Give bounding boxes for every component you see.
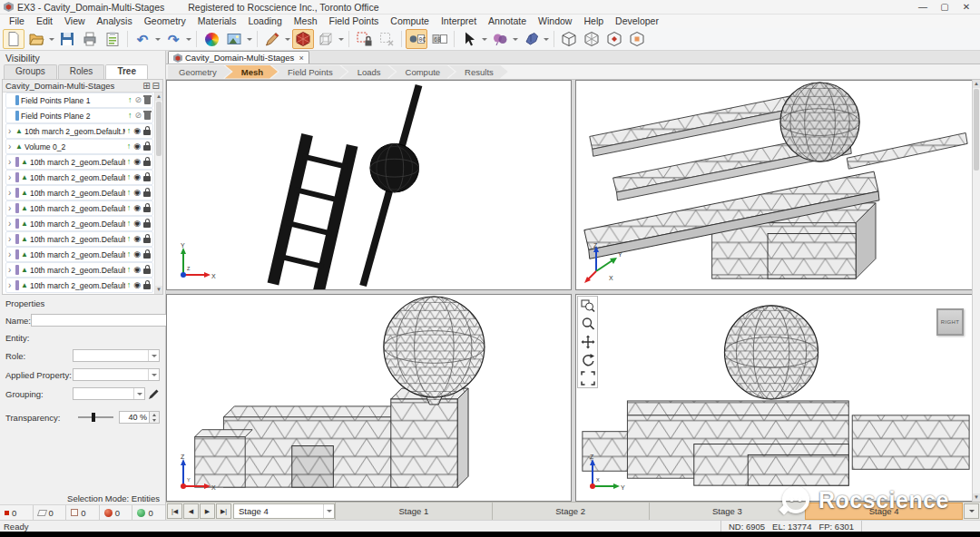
- expander-icon[interactable]: [8, 127, 15, 136]
- capture-dropdown-caret[interactable]: [247, 38, 252, 41]
- tree-item-mesh-2[interactable]: 10th march 2_geom.Default.Mesh 2_: [5, 200, 153, 216]
- menu-materials[interactable]: Materials: [192, 15, 242, 28]
- drawing-tools-button[interactable]: [261, 29, 283, 49]
- expander-icon[interactable]: [8, 220, 15, 229]
- chevron-down-icon[interactable]: [133, 388, 144, 399]
- viewport-front-view[interactable]: Z X Y: [166, 294, 572, 502]
- eye-icon[interactable]: [133, 235, 141, 243]
- role-arrow-icon[interactable]: [127, 142, 132, 151]
- role-arrow-icon[interactable]: [127, 220, 132, 228]
- role-arrow-icon[interactable]: [127, 266, 132, 274]
- lock-icon[interactable]: [143, 207, 151, 212]
- exterior-view-button[interactable]: [626, 29, 648, 49]
- lock-icon[interactable]: [143, 268, 151, 274]
- lock-icon[interactable]: [143, 222, 151, 228]
- workflow-tab-loads[interactable]: Loads: [341, 65, 396, 79]
- undo-dropdown-caret[interactable]: [155, 38, 161, 41]
- tree-item-mesh-5[interactable]: 10th march 2_geom.Default.Mesh 5_: [5, 185, 153, 200]
- eye-off-icon[interactable]: [134, 112, 142, 120]
- scroll-up-icon[interactable]: ▲: [155, 93, 162, 101]
- eye-icon[interactable]: [133, 158, 141, 166]
- spin-down-icon[interactable]: [150, 417, 159, 423]
- eye-icon[interactable]: [133, 281, 141, 289]
- transparency-slider[interactable]: [78, 416, 113, 418]
- select-dropdown-caret[interactable]: [482, 38, 487, 41]
- chevron-down-icon[interactable]: [323, 504, 334, 518]
- menu-view[interactable]: View: [59, 15, 91, 28]
- rotate-button[interactable]: [578, 351, 597, 369]
- menu-mesh[interactable]: Mesh: [289, 15, 323, 28]
- stage-tab-2[interactable]: Stage 2: [492, 503, 649, 520]
- lock-icon[interactable]: [143, 130, 151, 135]
- workflow-tab-mesh[interactable]: Mesh: [225, 65, 278, 79]
- edit-pencil-icon[interactable]: [148, 388, 160, 400]
- select-entities-button[interactable]: [458, 29, 480, 49]
- eye-icon[interactable]: [133, 189, 141, 197]
- eye-icon[interactable]: [133, 220, 141, 228]
- scroll-down-icon[interactable]: ▼: [973, 493, 980, 502]
- redo-button[interactable]: ↷: [162, 29, 184, 49]
- previous-stage-button[interactable]: ◀: [183, 503, 199, 519]
- zoom-extents-button[interactable]: [578, 369, 597, 387]
- menu-field-points[interactable]: Field Points: [323, 15, 384, 28]
- scroll-thumb[interactable]: [974, 89, 979, 171]
- undo-button[interactable]: ↶: [132, 29, 153, 49]
- role-arrow-icon[interactable]: [127, 281, 132, 289]
- new-document-button[interactable]: [3, 29, 24, 49]
- expander-icon[interactable]: [8, 204, 15, 213]
- open-model-button[interactable]: [25, 29, 47, 49]
- tree-item-field-points-1[interactable]: Field Points Plane 1: [5, 93, 153, 108]
- expander-icon[interactable]: [8, 189, 15, 198]
- save-button[interactable]: [56, 29, 78, 49]
- tree-item-mesh-12[interactable]: 10th march 2_geom.Default.Mesh 12_: [5, 123, 153, 139]
- stage-overflow-button[interactable]: [964, 503, 979, 519]
- query-dropdown-caret[interactable]: [513, 38, 518, 41]
- lock-icon[interactable]: [143, 253, 151, 259]
- pick-gesture-button[interactable]: [520, 29, 542, 49]
- clear-selection-button[interactable]: [376, 29, 397, 49]
- menu-help[interactable]: Help: [578, 15, 609, 28]
- eye-icon[interactable]: [133, 127, 141, 135]
- menu-file[interactable]: File: [4, 15, 30, 28]
- role-arrow-icon[interactable]: [127, 158, 132, 166]
- print-button[interactable]: [79, 29, 101, 49]
- lock-icon[interactable]: [143, 238, 151, 243]
- collapse-all-button[interactable]: ⊟: [152, 81, 160, 91]
- view-cube[interactable]: RIGHT: [936, 308, 964, 336]
- render-dropdown-caret[interactable]: [338, 38, 344, 41]
- stage-tab-1[interactable]: Stage 1: [335, 503, 492, 520]
- document-tab[interactable]: Cavity_Domain-Multi-Stages ×: [168, 51, 309, 63]
- menu-geometry[interactable]: Geometry: [139, 15, 191, 28]
- applied-property-select[interactable]: [73, 368, 160, 381]
- tab-roles[interactable]: Roles: [58, 64, 105, 79]
- lock-icon[interactable]: [143, 176, 151, 181]
- rotated-iso-view-button[interactable]: [581, 29, 603, 49]
- menu-loading[interactable]: Loading: [242, 15, 287, 28]
- mesh-canvas-top-view[interactable]: [167, 81, 571, 289]
- expander-icon[interactable]: [8, 173, 15, 182]
- expander-icon[interactable]: [8, 235, 15, 244]
- workflow-tab-compute[interactable]: Compute: [389, 65, 456, 79]
- eye-icon[interactable]: [133, 266, 141, 274]
- workflow-tab-results[interactable]: Results: [448, 65, 508, 79]
- lock-icon[interactable]: [143, 191, 151, 197]
- wireframe-render-button[interactable]: [315, 29, 337, 49]
- query-data-button[interactable]: [489, 29, 511, 49]
- role-arrow-icon[interactable]: [127, 127, 132, 135]
- menu-analysis[interactable]: Analysis: [92, 15, 138, 28]
- display-options-button[interactable]: [201, 29, 222, 49]
- trash-icon[interactable]: [144, 112, 151, 120]
- tree-item-mesh-11[interactable]: 10th march 2_geom.Default.Mesh 11_: [5, 154, 153, 170]
- expander-icon[interactable]: [8, 142, 15, 151]
- eye-off-icon[interactable]: [134, 96, 142, 104]
- workflow-tab-field-points[interactable]: Field Points: [271, 65, 348, 79]
- stage-selector[interactable]: Stage 4: [233, 503, 335, 519]
- pan-button[interactable]: [578, 333, 597, 351]
- eye-icon[interactable]: [133, 142, 141, 151]
- tree-item-field-points-2[interactable]: Field Points Plane 2: [5, 108, 153, 123]
- drawing-dropdown-caret[interactable]: [285, 38, 290, 41]
- eye-icon[interactable]: [133, 204, 141, 212]
- menu-annotate[interactable]: Annotate: [483, 15, 532, 28]
- tree-item-mesh-9[interactable]: 10th march 2_geom.Default.Mesh 9_: [5, 170, 153, 185]
- tree-item-volume-0-2[interactable]: Volume 0_2: [5, 139, 153, 154]
